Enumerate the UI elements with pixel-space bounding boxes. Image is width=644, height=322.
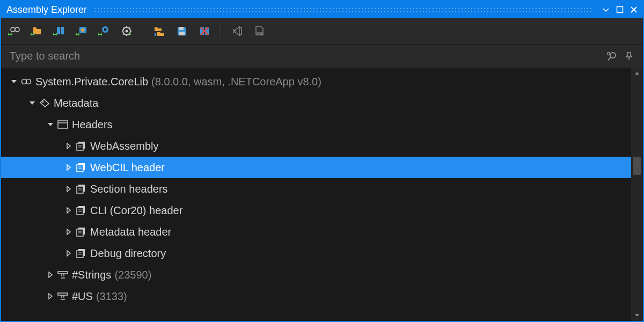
- vs-icon: [231, 25, 243, 37]
- svg-point-10: [126, 30, 128, 33]
- open-solution-button[interactable]: [74, 24, 89, 39]
- doc-stack-icon: [74, 163, 88, 172]
- doc-stack-icon: [74, 227, 88, 237]
- tree-node-webassembly[interactable]: WebAssembly: [1, 135, 643, 157]
- node-label: Debug directory: [88, 247, 166, 260]
- svg-rect-12: [155, 33, 156, 36]
- close-button[interactable]: [627, 3, 641, 17]
- stream-icon: [56, 270, 70, 279]
- assembly-icon: [8, 25, 20, 37]
- collapsed-arrow-icon: [63, 186, 74, 192]
- titlebar: Assembly Explorer: [1, 1, 643, 18]
- collapsed-arrow-icon: [63, 229, 74, 235]
- node-label: System.Private.CoreLib: [33, 76, 148, 88]
- collapsed-arrow-icon: [63, 143, 74, 149]
- svg-point-11: [129, 33, 131, 35]
- window-title: Assembly Explorer: [6, 4, 87, 16]
- toolbar: PDB: [1, 18, 643, 44]
- node-meta: (23590): [111, 269, 151, 281]
- solution-icon: [75, 25, 88, 37]
- collapsed-arrow-icon: [63, 207, 74, 214]
- collapsed-arrow-icon: [63, 250, 74, 257]
- svg-point-1: [11, 27, 15, 32]
- scrollbar-track[interactable]: [631, 79, 643, 309]
- scrollbar-thumb[interactable]: [633, 157, 641, 175]
- svg-rect-50: [58, 293, 68, 295]
- vertical-scrollbar[interactable]: [631, 68, 643, 321]
- titlebar-grip[interactable]: [93, 7, 592, 12]
- tag-icon: [38, 98, 52, 108]
- open-symbol-button[interactable]: [97, 24, 112, 39]
- node-label: Metadata header: [88, 226, 171, 238]
- collapsed-arrow-icon: [63, 164, 74, 171]
- svg-rect-4: [61, 27, 64, 34]
- open-nuget-button[interactable]: [52, 24, 67, 39]
- svg-rect-3: [57, 27, 60, 34]
- scroll-up-button[interactable]: [631, 68, 643, 79]
- open-assembly-button[interactable]: [6, 24, 21, 39]
- maximize-button[interactable]: [613, 3, 627, 17]
- toolbar-separator: [221, 24, 221, 39]
- vs-link-button[interactable]: [230, 24, 245, 39]
- tree-node-headers[interactable]: Headers: [1, 114, 643, 135]
- tree-node-metadata[interactable]: Metadata: [1, 92, 643, 114]
- collapsed-arrow-icon: [45, 272, 56, 278]
- settings-button[interactable]: [119, 24, 134, 39]
- doc-stack-icon: [74, 184, 88, 194]
- save-button[interactable]: [174, 24, 189, 39]
- doc-stack-icon: [74, 206, 88, 215]
- svg-rect-49: [58, 272, 68, 274]
- expand-arrow-icon: [9, 78, 19, 85]
- show-folders-button[interactable]: [152, 24, 167, 39]
- svg-point-22: [42, 101, 44, 103]
- node-label: #Strings: [70, 269, 111, 281]
- node-label: WebAssembly: [88, 140, 158, 152]
- tree-node-section-headers[interactable]: Section headers: [1, 178, 643, 200]
- search-options-button[interactable]: [603, 48, 620, 65]
- collapsed-arrow-icon: [45, 293, 56, 299]
- tree-node-strings[interactable]: #Strings (23590): [1, 264, 643, 286]
- tree-node-cli-header[interactable]: CLI (Cor20) header: [1, 200, 643, 221]
- node-label: Metadata: [52, 97, 98, 109]
- pin-button[interactable]: [620, 48, 638, 65]
- search-bar: [1, 44, 643, 68]
- pdb-button[interactable]: PDB: [252, 24, 267, 39]
- doc-stack-icon: [74, 248, 88, 258]
- tree-node-us[interactable]: #US (3133): [1, 286, 643, 307]
- folders-icon: [153, 25, 165, 37]
- node-meta: (3133): [93, 290, 127, 303]
- window-dropdown-button[interactable]: [599, 3, 613, 17]
- node-label: WebCIL header: [88, 162, 165, 174]
- tree-node-assembly[interactable]: System.Private.CoreLib (8.0.0.0, wasm, .…: [1, 71, 643, 92]
- pdb-icon: PDB: [253, 25, 266, 37]
- svg-point-8: [104, 28, 107, 31]
- tree-node-metadata-header[interactable]: Metadata header: [1, 221, 643, 243]
- tree-node-webcil-header[interactable]: WebCIL header: [1, 157, 643, 178]
- tree-panel: System.Private.CoreLib (8.0.0.0, wasm, .…: [1, 68, 643, 321]
- chevron-down-icon: [634, 312, 640, 318]
- nuget-icon: [53, 25, 65, 37]
- assembly-explorer-window: Assembly Explorer: [0, 0, 644, 322]
- expand-arrow-icon: [45, 121, 56, 128]
- search-gear-icon: [606, 50, 618, 62]
- expand-arrow-icon: [27, 100, 38, 106]
- remove-button[interactable]: [197, 24, 212, 39]
- save-icon: [176, 25, 188, 37]
- svg-point-2: [15, 27, 19, 32]
- svg-rect-0: [617, 7, 623, 13]
- node-label: Headers: [70, 119, 113, 131]
- assembly-link-icon: [19, 77, 33, 86]
- remove-icon: [199, 25, 210, 37]
- assembly-tree: System.Private.CoreLib (8.0.0.0, wasm, .…: [1, 68, 643, 310]
- tree-node-debug-directory[interactable]: Debug directory: [1, 243, 643, 264]
- window-icon: [56, 120, 70, 129]
- search-input[interactable]: [10, 50, 603, 62]
- open-folder-button[interactable]: [29, 24, 44, 39]
- node-label: #US: [70, 290, 93, 303]
- toolbar-separator: [143, 24, 143, 39]
- svg-rect-23: [58, 121, 68, 128]
- symbol-icon: [98, 25, 111, 37]
- scroll-down-button[interactable]: [631, 309, 643, 321]
- node-label: Section headers: [88, 183, 168, 195]
- svg-rect-13: [179, 27, 184, 30]
